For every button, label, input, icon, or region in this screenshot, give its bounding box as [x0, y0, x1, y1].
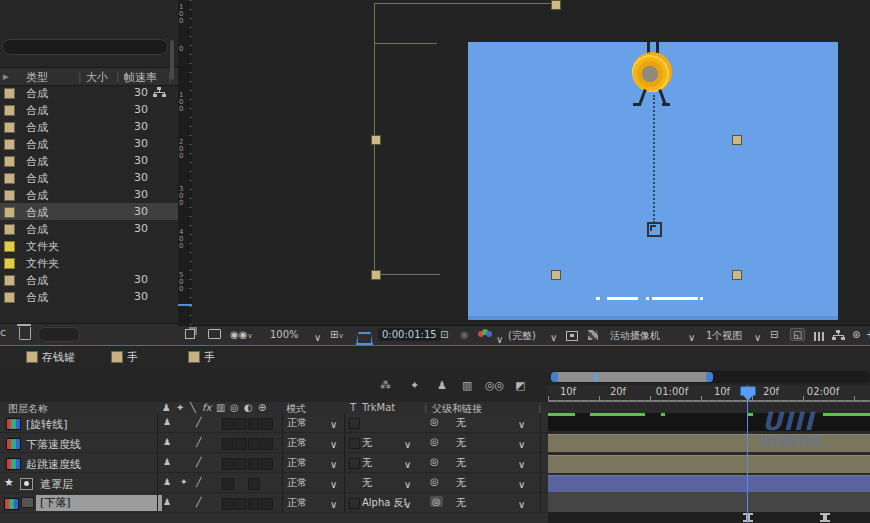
switch-slot[interactable] — [235, 458, 247, 470]
delete-item-icon[interactable] — [19, 327, 31, 340]
layer-name[interactable]: [旋转线] — [26, 417, 68, 432]
twirl-arrow-icon[interactable]: ▸ — [3, 70, 9, 83]
bbox-handle[interactable] — [371, 270, 381, 280]
comp-tab-label[interactable]: 手 — [204, 350, 215, 365]
layers-icon[interactable] — [185, 329, 195, 341]
grid-guides-icon[interactable]: ⊞∨ — [330, 329, 344, 340]
navigator-right-handle[interactable] — [706, 372, 713, 382]
switch-slot[interactable] — [261, 458, 273, 470]
layer-row[interactable]: 下落速度线♟╱正常∨无∨◎无∨ — [0, 433, 548, 453]
transparency-grid-icon[interactable] — [588, 330, 598, 342]
layer-name[interactable]: 起跳速度线 — [26, 457, 81, 472]
switch-slot[interactable] — [222, 438, 234, 450]
trkmat-t-checkbox[interactable] — [349, 438, 360, 449]
switch-slot[interactable] — [235, 418, 247, 430]
motion-blur-icon[interactable]: ◎◎ — [485, 379, 504, 392]
layer-shy-icon[interactable]: ♟ — [163, 437, 171, 447]
bbox-handle[interactable] — [551, 270, 561, 280]
layer-quality-icon[interactable]: ╱ — [196, 497, 201, 507]
snapshot-camera-icon[interactable]: ⊡ — [440, 329, 448, 340]
project-item-row[interactable]: 合成30 — [0, 135, 178, 152]
project-search-box[interactable] — [2, 39, 168, 55]
mode-chevron-icon[interactable]: ∨ — [330, 459, 337, 473]
comp-tab-label[interactable]: 存钱罐 — [42, 350, 75, 365]
project-item-row[interactable]: 合成30 — [0, 152, 178, 169]
quality-col-icon[interactable]: ╲ — [190, 402, 196, 413]
collapse-col-icon[interactable]: ✦ — [176, 402, 184, 413]
shy-toggle-icon[interactable]: ♟ — [437, 379, 447, 392]
comp-tab-icon[interactable] — [111, 351, 123, 363]
project-item-row[interactable]: 文件夹 — [0, 237, 178, 254]
parent-pickwhip-icon[interactable]: ◎ — [430, 416, 439, 427]
project-item-row[interactable]: 合成30 — [0, 169, 178, 186]
parent-chevron-icon[interactable]: ∨ — [518, 439, 525, 453]
view-layout-icon[interactable]: ⊟ — [770, 329, 778, 340]
bbox-handle[interactable] — [732, 135, 742, 145]
mode-chevron-icon[interactable]: ∨ — [330, 419, 337, 433]
roi-icon[interactable] — [566, 331, 578, 343]
layer-row[interactable]: [旋转线]♟╱正常∨◎无∨ — [0, 413, 548, 433]
parent-select[interactable]: 无 — [456, 496, 466, 510]
switch-slot[interactable] — [222, 478, 234, 490]
mode-chevron-icon[interactable]: ∨ — [330, 439, 337, 453]
zoom-chevron-icon[interactable]: ∨ — [314, 332, 321, 343]
project-item-row[interactable]: 合成30 — [0, 288, 178, 305]
switch-slot[interactable] — [261, 498, 273, 510]
resolution-select[interactable]: (完整) — [508, 329, 536, 343]
mode-select[interactable]: 正常 — [287, 436, 307, 450]
switch-slot[interactable] — [248, 438, 260, 450]
column-trkmat[interactable]: TrkMat — [362, 402, 395, 413]
layer-shy-icon[interactable]: ♟ — [163, 477, 171, 487]
mode-chevron-icon[interactable]: ∨ — [330, 479, 337, 493]
trkmat-chevron-icon[interactable]: ∨ — [404, 459, 411, 473]
flowchart-icon[interactable] — [832, 330, 845, 343]
switch-slot[interactable] — [235, 438, 247, 450]
switch-slot[interactable] — [222, 498, 234, 510]
parent-select[interactable]: 无 — [456, 436, 466, 450]
project-item-row[interactable]: 合成30 — [0, 186, 178, 203]
trkmat-select[interactable]: 无 — [362, 476, 406, 490]
switch-slot[interactable] — [261, 418, 273, 430]
parent-chevron-icon[interactable]: ∨ — [518, 499, 525, 513]
project-item-row[interactable]: 合成30 — [0, 220, 178, 237]
trkmat-t-checkbox[interactable] — [349, 418, 360, 429]
switch-slot[interactable] — [235, 498, 247, 510]
layer-quality-icon[interactable]: ╱ — [196, 457, 201, 467]
parent-chevron-icon[interactable]: ∨ — [518, 419, 525, 433]
switch-slot[interactable] — [222, 458, 234, 470]
motion-path[interactable] — [653, 95, 655, 223]
exposure-value[interactable]: +0.0 — [866, 329, 870, 340]
motionblur-col-icon[interactable]: ◎ — [230, 402, 239, 413]
project-item-row[interactable]: 合成30 — [0, 101, 178, 118]
column-t[interactable]: T — [350, 402, 356, 413]
layer-bar-matte[interactable] — [548, 475, 870, 493]
column-fps[interactable]: 帧速率 — [124, 70, 157, 85]
parent-pickwhip-icon[interactable]: ◎ — [430, 476, 439, 487]
parent-chevron-icon[interactable]: ∨ — [518, 459, 525, 473]
project-item-row[interactable]: 合成30 — [0, 118, 178, 135]
layer-name[interactable]: 下落速度线 — [26, 437, 81, 452]
switch-slot[interactable] — [248, 478, 260, 490]
mode-select[interactable]: 正常 — [287, 416, 307, 430]
layer-collapse-icon[interactable]: ✦ — [180, 477, 188, 487]
trkmat-select[interactable]: Alpha 反转 — [362, 496, 406, 510]
vertical-ruler[interactable]: 1000100200300400500 — [178, 0, 192, 325]
view-count-select[interactable]: 1个视图 — [706, 329, 742, 343]
bbox-handle[interactable] — [732, 270, 742, 280]
layer-name-selected[interactable]: [下落] — [36, 495, 162, 511]
trkmat-t-checkbox[interactable] — [349, 498, 360, 509]
parent-pickwhip-icon[interactable]: ◎ — [430, 436, 439, 447]
pixel-aspect-icon[interactable]: ◱ — [790, 328, 805, 341]
graph-editor-icon[interactable]: ◩ — [515, 379, 525, 392]
layer-quality-icon[interactable]: ╱ — [196, 417, 201, 427]
project-scrollbar[interactable] — [170, 40, 174, 80]
project-item-row[interactable]: 合成30 — [0, 203, 178, 220]
layer-row[interactable]: ★遮罩层♟✦╱正常∨无∨◎无∨ — [0, 473, 548, 493]
parent-pickwhip-icon[interactable]: ◎ — [430, 496, 443, 507]
camera-view-select[interactable]: 活动摄像机 — [610, 329, 660, 343]
camera-view-chevron-icon[interactable]: ∨ — [688, 332, 695, 343]
project-bottom-pill[interactable] — [38, 327, 80, 342]
playhead[interactable] — [740, 386, 756, 396]
fx-col-icon[interactable]: fx — [202, 402, 211, 413]
mode-select[interactable]: 正常 — [287, 476, 307, 490]
